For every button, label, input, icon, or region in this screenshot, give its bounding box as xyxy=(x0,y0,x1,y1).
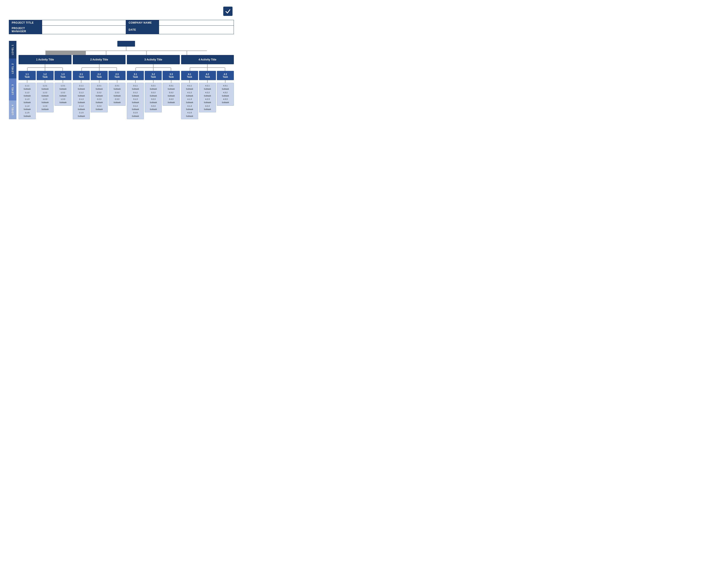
page-wrapper: PROJECT TITLE COMPANY NAME PROJECT MANAG… xyxy=(9,7,234,119)
task-col-2-2: 2.2Task2.2.1Subtask2.2.2Subtask2.2.3Subt… xyxy=(91,71,108,112)
task-col-4-3: 4.3Task4.3.1Subtask4.3.2Subtask4.3.3Subt… xyxy=(217,71,234,106)
date-label: DATE xyxy=(126,26,159,34)
info-table: PROJECT TITLE COMPANY NAME PROJECT MANAG… xyxy=(9,20,234,34)
level-3-label: LEVEL 3 xyxy=(9,78,16,100)
level1-row xyxy=(19,41,234,47)
subtask-box-1-3: 1.3.1Subtask1.3.2Subtask1.3.3Subtask xyxy=(54,83,71,106)
activity-box-4: 4 Activity Title xyxy=(181,55,234,64)
task-col-4-2: 4.2Task4.2.1Subtask4.2.2Subtask4.2.3Subt… xyxy=(199,71,216,112)
subtask-box-3-3: 3.3.1Subtask3.3.2Subtask3.3.3Subtask xyxy=(163,83,180,106)
level-4-label: LEVEL 4 xyxy=(9,100,16,119)
task-col-3-1: 3.1Task3.1.1Subtask3.1.2Subtask3.1.3Subt… xyxy=(127,71,144,119)
logo-icon xyxy=(223,7,233,16)
page-header xyxy=(9,7,234,16)
subtask-box-4-2: 4.2.1Subtask4.2.2Subtask4.2.3Subtask4.2.… xyxy=(199,83,216,112)
activities-row: 1 Activity Title1.1Task1.1.1Subtask1.1.2… xyxy=(19,55,234,119)
level-2-label: LEVEL 2 xyxy=(9,58,16,78)
activity-col-1: 1 Activity Title1.1Task1.1.1Subtask1.1.2… xyxy=(19,55,71,119)
task-box-1-3: 1.3Task xyxy=(54,71,71,80)
subtask-box-4-1: 4.1.1Subtask4.1.2Subtask4.1.3Subtask4.1.… xyxy=(181,83,198,119)
activity-col-4: 4 Activity Title4.1Task4.1.1Subtask4.1.2… xyxy=(181,55,234,119)
task-col-3-2: 3.2Task3.2.1Subtask3.2.2Subtask3.2.3Subt… xyxy=(145,71,162,112)
task-col-4-1: 4.1Task4.1.1Subtask4.1.2Subtask4.1.3Subt… xyxy=(181,71,198,119)
date-value[interactable] xyxy=(159,26,234,34)
logo xyxy=(223,7,234,16)
project-manager-label: PROJECT MANAGER xyxy=(9,26,42,34)
task-box-2-3: 2.3Task xyxy=(109,71,126,80)
subtask-box-4-3: 4.3.1Subtask4.3.2Subtask4.3.3Subtask xyxy=(217,83,234,106)
tasks-row-4: 4.1Task4.1.1Subtask4.1.2Subtask4.1.3Subt… xyxy=(181,71,234,119)
level-labels: LEVEL 1 LEVEL 2 LEVEL 3 LEVEL 4 xyxy=(9,41,16,119)
activity-box-2: 2 Activity Title xyxy=(73,55,126,64)
subtask-box-1-1: 1.1.1Subtask1.1.2Subtask1.1.3Subtask1.1.… xyxy=(19,83,36,119)
h-span-top xyxy=(45,51,207,51)
task-box-1-1: 1.1Task xyxy=(19,71,36,80)
task-box-2-2: 2.2Task xyxy=(91,71,108,80)
task-box-3-3: 3.3Task xyxy=(163,71,180,80)
activity-box-3: 3 Activity Title xyxy=(127,55,180,64)
checkmark-icon xyxy=(225,8,231,14)
subtask-box-3-2: 3.2.1Subtask3.2.2Subtask3.2.3Subtask3.2.… xyxy=(145,83,162,112)
subtask-box-1-2: 1.2.1Subtask1.2.2Subtask1.2.3Subtask1.2.… xyxy=(37,83,54,112)
tasks-row-2: 2.1Task2.1.1Subtask2.1.2Subtask2.1.3Subt… xyxy=(73,71,126,119)
project-title-label: PROJECT TITLE xyxy=(9,20,42,26)
task-col-3-3: 3.3Task3.3.1Subtask3.3.2Subtask3.3.3Subt… xyxy=(163,71,180,106)
subtask-box-2-2: 2.2.1Subtask2.2.2Subtask2.2.3Subtask2.2.… xyxy=(91,83,108,112)
subtask-box-2-1: 2.1.1Subtask2.1.2Subtask2.1.3Subtask2.1.… xyxy=(73,83,90,119)
subtask-box-2-3: 2.3.1Subtask2.3.2Subtask2.3.3Subtask xyxy=(109,83,126,106)
task-box-4-3: 4.3Task xyxy=(217,71,234,80)
project-title-node xyxy=(117,41,135,47)
level-1-label: LEVEL 1 xyxy=(9,41,16,58)
activity-col-2: 2 Activity Title2.1Task2.1.1Subtask2.1.2… xyxy=(73,55,126,119)
task-col-1-3: 1.3Task1.3.1Subtask1.3.2Subtask1.3.3Subt… xyxy=(54,71,71,106)
task-col-1-2: 1.2Task1.2.1Subtask1.2.2Subtask1.2.3Subt… xyxy=(37,71,54,112)
project-manager-value[interactable] xyxy=(42,26,126,34)
task-col-2-1: 2.1Task2.1.1Subtask2.1.2Subtask2.1.3Subt… xyxy=(73,71,90,119)
wbs-section: LEVEL 1 LEVEL 2 LEVEL 3 LEVEL 4 xyxy=(9,41,234,119)
subtask-box-3-1: 3.1.1Subtask3.1.2Subtask3.1.3Subtask3.1.… xyxy=(127,83,144,119)
task-box-4-2: 4.2Task xyxy=(199,71,216,80)
company-name-label: COMPANY NAME xyxy=(126,20,159,26)
task-col-2-3: 2.3Task2.3.1Subtask2.3.2Subtask2.3.3Subt… xyxy=(109,71,126,106)
task-box-3-2: 3.2Task xyxy=(145,71,162,80)
task-col-1-1: 1.1Task1.1.1Subtask1.1.2Subtask1.1.3Subt… xyxy=(19,71,36,119)
v-line-from-project xyxy=(19,47,234,51)
activity-box-1: 1 Activity Title xyxy=(19,55,71,64)
task-box-3-1: 3.1Task xyxy=(127,71,144,80)
activity-col-3: 3 Activity Title3.1Task3.1.1Subtask3.1.2… xyxy=(127,55,180,119)
project-title-value[interactable] xyxy=(42,20,126,26)
task-box-4-1: 4.1Task xyxy=(181,71,198,80)
tasks-row-1: 1.1Task1.1.1Subtask1.1.2Subtask1.1.3Subt… xyxy=(19,71,71,119)
task-box-1-2: 1.2Task xyxy=(37,71,54,80)
task-box-2-1: 2.1Task xyxy=(73,71,90,80)
company-name-value[interactable] xyxy=(159,20,234,26)
wbs-chart: 1 Activity Title1.1Task1.1.1Subtask1.1.2… xyxy=(19,41,234,119)
tasks-row-3: 3.1Task3.1.1Subtask3.1.2Subtask3.1.3Subt… xyxy=(127,71,180,119)
activity-drops xyxy=(19,51,234,55)
